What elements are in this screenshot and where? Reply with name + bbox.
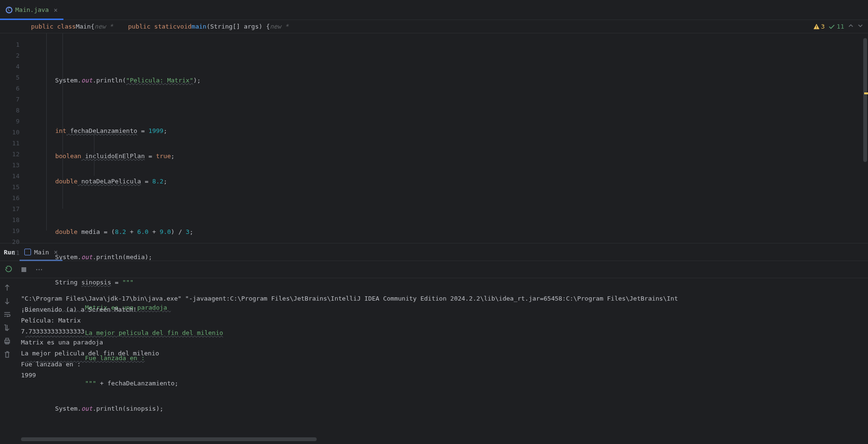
- svg-rect-7: [6, 338, 9, 340]
- editor-tab-bar: C Main.java ×: [0, 0, 868, 20]
- code-line: double media = (8.2 + 6.0 + 9.0) / 3;: [25, 226, 868, 237]
- line-number[interactable]: 11: [0, 138, 20, 149]
- breadcrumb-class-hint: new *: [94, 23, 113, 30]
- console-line: "C:\Program Files\Java\jdk-17\bin\java.e…: [21, 295, 678, 302]
- warnings-count: 3: [821, 23, 825, 30]
- line-number[interactable]: 19: [0, 225, 20, 236]
- console-line: Película: Matrix: [21, 317, 81, 324]
- console-line: ¡Bienvenido (a) a Screen Match!: [21, 306, 137, 313]
- breadcrumb-method-hint: new *: [270, 23, 289, 30]
- code-line: int fechaDeLanzamiento = 1999;: [25, 125, 868, 136]
- breadcrumb-class-name[interactable]: Main: [76, 23, 91, 30]
- breadcrumb-method-kw1: public static: [128, 23, 177, 30]
- java-class-icon: C: [6, 7, 12, 13]
- line-number[interactable]: 16: [0, 192, 20, 203]
- line-number[interactable]: 15: [0, 182, 20, 192]
- console-line: La mejor pelicula del fin del milenio: [21, 350, 159, 357]
- line-number[interactable]: 12: [0, 149, 20, 160]
- line-number[interactable]: 17: [0, 203, 20, 214]
- scroll-to-end-icon[interactable]: [3, 324, 11, 332]
- line-number[interactable]: 20: [0, 236, 20, 247]
- chevron-up-icon[interactable]: [848, 23, 854, 30]
- line-number[interactable]: 1: [0, 39, 20, 50]
- checks-count: 11: [837, 23, 844, 30]
- line-number[interactable]: 21: [0, 247, 20, 258]
- console-output[interactable]: "C:\Program Files\Java\jdk-17\bin\java.e…: [14, 278, 868, 443]
- code-line: [25, 201, 868, 212]
- code-line: System.out.println("Pelicula: Matrix");: [25, 75, 868, 86]
- check-icon: [828, 23, 835, 30]
- line-number[interactable]: 6: [0, 83, 20, 94]
- line-number[interactable]: 2: [0, 50, 20, 61]
- run-side-toolbar: [0, 278, 14, 443]
- chevron-down-icon[interactable]: [858, 23, 863, 30]
- breadcrumb: public class Main { new * public static …: [0, 20, 868, 33]
- editor[interactable]: 1 2 4 5 6 7 8 9 10 11 12 13 14 15 16 17 …: [0, 33, 868, 243]
- svg-rect-0: [816, 25, 816, 27]
- tab-filename: Main.java: [15, 6, 49, 13]
- up-arrow-icon[interactable]: [3, 284, 11, 292]
- code-line: double notaDeLaPelicula = 8.2;: [25, 176, 868, 187]
- code-line: System.out.println(media);: [25, 252, 868, 262]
- line-number[interactable]: 13: [0, 160, 20, 171]
- warning-marker[interactable]: [864, 92, 868, 94]
- trash-icon[interactable]: [3, 351, 11, 358]
- warnings-badge[interactable]: 3: [813, 23, 825, 30]
- svg-rect-1: [816, 28, 816, 28]
- code-content[interactable]: System.out.println("Pelicula: Matrix"); …: [25, 33, 868, 243]
- breadcrumb-spacer: [113, 23, 128, 30]
- line-number[interactable]: 14: [0, 171, 20, 182]
- console-line: Fue lanzada en :: [21, 361, 81, 368]
- close-icon[interactable]: ×: [54, 248, 58, 256]
- breadcrumb-method-name[interactable]: main: [192, 23, 207, 30]
- console-line: Matrix es una paradoja: [21, 339, 103, 346]
- print-icon[interactable]: [3, 337, 11, 345]
- down-arrow-icon[interactable]: [3, 297, 11, 305]
- editor-scrollbar[interactable]: [862, 33, 868, 243]
- line-number[interactable]: 10: [0, 127, 20, 138]
- indent-guide: [46, 33, 47, 231]
- line-number[interactable]: 9: [0, 116, 20, 127]
- line-number[interactable]: 4: [0, 61, 20, 72]
- rerun-icon[interactable]: [5, 266, 12, 273]
- line-gutter: 1 2 4 5 6 7 8 9 10 11 12 13 14 15 16 17 …: [0, 33, 25, 243]
- checks-badge[interactable]: 11: [828, 23, 844, 30]
- breadcrumb-class-brace: {: [91, 23, 94, 30]
- code-line: boolean incluidoEnElPlan = true;: [25, 151, 868, 161]
- soft-wrap-icon[interactable]: [3, 311, 11, 318]
- code-line: [25, 100, 868, 111]
- breadcrumb-class-kw: public class: [31, 23, 76, 30]
- close-icon[interactable]: ×: [53, 6, 57, 14]
- console-line: 7.733333333333333: [21, 328, 84, 335]
- run-body: "C:\Program Files\Java\jdk-17\bin\java.e…: [0, 278, 868, 443]
- console-line: 1999: [21, 372, 36, 379]
- run-config-icon: [24, 249, 31, 255]
- warning-icon: [813, 23, 820, 30]
- breadcrumb-method-params: (String[] args) {: [207, 23, 270, 30]
- line-number[interactable]: 7: [0, 94, 20, 105]
- line-number[interactable]: 5: [0, 72, 20, 83]
- indent-guide: [94, 132, 94, 176]
- line-number[interactable]: 8: [0, 105, 20, 116]
- horizontal-scrollbar[interactable]: [21, 437, 317, 441]
- scrollbar-handle[interactable]: [863, 38, 867, 162]
- line-number[interactable]: 18: [0, 214, 20, 225]
- run-tab-main[interactable]: Main ×: [20, 243, 62, 261]
- breadcrumb-method-kw2: void: [176, 23, 191, 30]
- file-tab-main-java[interactable]: C Main.java ×: [0, 0, 63, 20]
- run-tab-name: Main: [34, 249, 49, 256]
- indent-guide: [62, 33, 63, 209]
